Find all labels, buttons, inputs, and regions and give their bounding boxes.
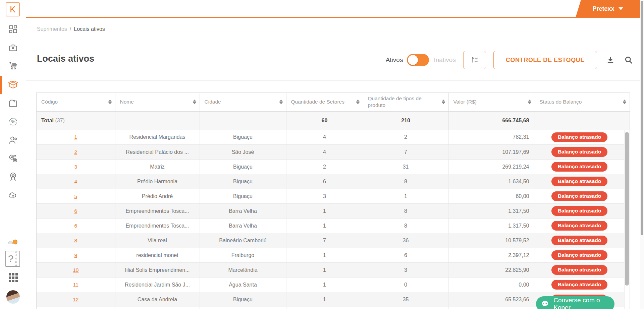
page-scrollbar-thumb[interactable] xyxy=(641,1,643,235)
dashboard-grid-icon xyxy=(8,24,18,34)
stock-control-button[interactable]: CONTROLE DE ESTOQUE xyxy=(493,51,597,69)
sidebar-item-supplies[interactable] xyxy=(0,76,26,94)
sidebar-item-cloud-upload[interactable] xyxy=(0,186,26,204)
codigo-link[interactable]: 12 xyxy=(73,297,78,302)
sidebar-item-recruitment[interactable] xyxy=(0,150,26,167)
empty-cell xyxy=(200,307,286,309)
codigo-link[interactable]: 3 xyxy=(74,164,77,170)
table-row xyxy=(37,307,624,309)
sort-arrows-icon[interactable] xyxy=(279,100,283,104)
status-badge: Balanço atrasado xyxy=(551,147,607,157)
user-avatar[interactable] xyxy=(6,290,20,304)
codigo-link[interactable]: 4 xyxy=(74,179,77,184)
setores-cell: 4 xyxy=(286,145,363,160)
app-logo[interactable]: K xyxy=(6,2,20,16)
status-cell: Balanço atrasado xyxy=(535,130,624,145)
sidebar-item-briefcase[interactable] xyxy=(0,39,26,56)
codigo-link[interactable]: 8 xyxy=(74,238,77,243)
table-row: 11Residencial Jardim São J...Água Santa1… xyxy=(37,277,624,292)
codigo-cell: 2 xyxy=(37,145,115,160)
sidebar-item-discounts[interactable]: % xyxy=(0,113,26,130)
cidade-cell: Biguaçu xyxy=(200,160,286,174)
top-bar: Pretexx xyxy=(26,0,644,18)
setores-cell: 3 xyxy=(286,189,363,204)
sidebar-item-quality[interactable] xyxy=(0,168,26,185)
sort-order-button[interactable] xyxy=(463,51,486,69)
setores-cell: 1 xyxy=(286,292,363,307)
nome-cell: Vila real xyxy=(115,233,200,248)
codigo-link[interactable]: 1 xyxy=(74,134,77,140)
codigo-link[interactable]: 11 xyxy=(73,282,78,288)
active-inactive-toggle[interactable] xyxy=(407,54,429,66)
table-row: 3MatrizBiguaçu231269.219,24Balanço atras… xyxy=(37,160,624,174)
page-scrollbar[interactable] xyxy=(640,0,644,309)
total-label: Total (37) xyxy=(37,111,115,130)
cidade-cell: Biguaçu xyxy=(200,130,286,145)
chat-button-label: Converse com o Koper xyxy=(553,297,614,309)
valor-cell: 1.317,50 xyxy=(448,204,535,219)
chat-button[interactable]: Converse com o Koper xyxy=(536,296,614,309)
sort-arrows-icon[interactable] xyxy=(623,100,626,104)
empty-cell xyxy=(115,307,200,309)
col-header-codigo[interactable]: Código xyxy=(37,93,115,111)
sidebar-item-weather[interactable] xyxy=(0,233,26,251)
cidade-cell: Barra Velha xyxy=(200,219,286,233)
valor-cell: 22.825,90 xyxy=(448,263,535,277)
sidebar: K $ % xyxy=(0,0,26,309)
setores-cell: 1 xyxy=(286,263,363,277)
account-name: Pretexx xyxy=(592,5,614,12)
col-header-tipos[interactable]: Quantidade de tipos de produto xyxy=(363,93,448,111)
status-cell: Balanço atrasado xyxy=(535,248,624,263)
codigo-link[interactable]: 9 xyxy=(74,252,77,258)
help-button[interactable]: ? AJUDA xyxy=(5,251,20,267)
sort-arrows-icon[interactable] xyxy=(528,100,531,104)
sidebar-item-cart[interactable] xyxy=(0,57,26,74)
apps-grid-button[interactable] xyxy=(9,273,17,282)
codigo-link[interactable]: 10 xyxy=(73,267,78,273)
col-header-status[interactable]: Status do Balanço xyxy=(535,93,630,111)
page-title: Locais ativos xyxy=(37,54,94,64)
sidebar-item-dashboard[interactable] xyxy=(0,20,26,38)
table-scrollbar[interactable] xyxy=(625,130,630,309)
valor-cell: 60,00 xyxy=(448,189,535,204)
setores-cell: 6 xyxy=(286,174,363,189)
codigo-cell: 10 xyxy=(37,263,115,277)
account-menu[interactable]: Pretexx xyxy=(576,0,640,17)
tipos-cell: 36 xyxy=(363,233,448,248)
setores-cell: 1 xyxy=(286,219,363,233)
status-cell: Balanço atrasado xyxy=(535,277,624,292)
status-badge: Balanço atrasado xyxy=(551,236,607,245)
sort-arrows-icon[interactable] xyxy=(442,100,445,104)
breadcrumb-parent[interactable]: Suprimentos xyxy=(37,26,67,32)
codigo-cell: 9 xyxy=(37,248,115,263)
help-question-mark: ? xyxy=(8,253,14,264)
table-scrollbar-thumb[interactable] xyxy=(625,132,629,286)
codigo-link[interactable]: 2 xyxy=(74,149,77,155)
col-header-valor[interactable]: Valor (R$) xyxy=(448,93,535,111)
col-header-cidade[interactable]: Cidade xyxy=(200,93,286,111)
cidade-cell: Balneário Camboriú xyxy=(200,233,286,248)
download-button[interactable] xyxy=(606,55,615,65)
codigo-link[interactable]: 6 xyxy=(74,208,77,214)
empty-cell xyxy=(363,307,448,309)
svg-text:$: $ xyxy=(13,100,15,103)
header-row: Código Nome Cidade Quantidade de Setores… xyxy=(37,93,630,111)
valor-cell: 2.397,12 xyxy=(448,248,535,263)
breadcrumb-current: Locais ativos xyxy=(74,26,105,32)
total-row: Total (37) 60 210 666.745,68 xyxy=(37,111,630,130)
nome-cell: filial Solis Empreendimen... xyxy=(115,263,200,277)
sidebar-item-workers[interactable] xyxy=(0,131,26,149)
search-button[interactable] xyxy=(624,55,633,65)
codigo-link[interactable]: 5 xyxy=(74,193,77,199)
sort-arrows-icon[interactable] xyxy=(193,100,196,104)
codigo-link[interactable]: 6 xyxy=(74,223,77,229)
sidebar-item-finance-folder[interactable]: $ xyxy=(0,95,26,112)
col-header-nome[interactable]: Nome xyxy=(115,93,200,111)
award-medal-icon xyxy=(8,172,18,181)
sort-arrows-icon[interactable] xyxy=(356,100,360,104)
col-header-setores[interactable]: Quantidade de Setores xyxy=(286,93,363,111)
cidade-cell: Fraiburgo xyxy=(200,248,286,263)
sort-arrows-icon[interactable] xyxy=(108,100,112,104)
svg-text:%: % xyxy=(11,119,15,124)
empty-cell xyxy=(37,307,115,309)
